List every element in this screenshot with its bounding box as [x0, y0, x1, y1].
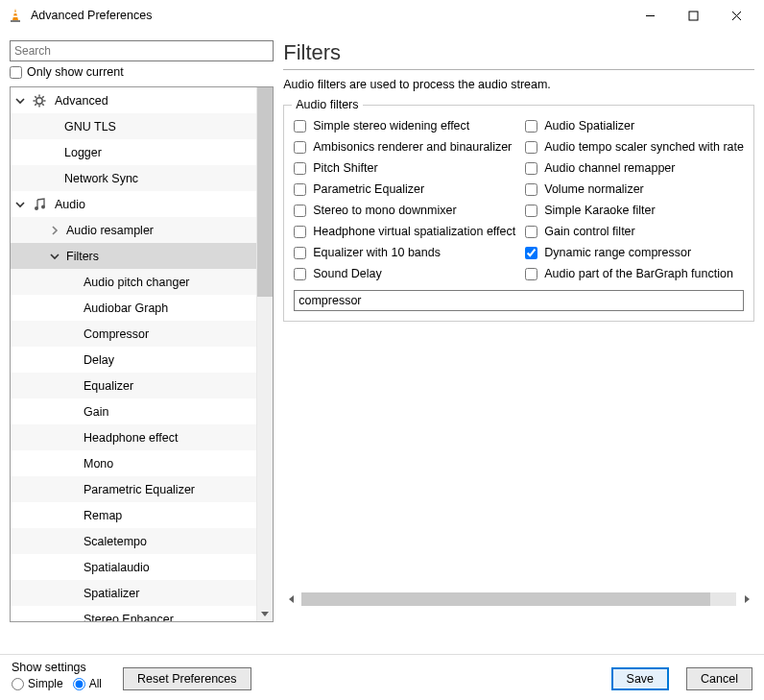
hscroll-thumb[interactable]	[301, 592, 710, 606]
filter-ambisonics-renderer-and-binauralizer[interactable]: Ambisonics renderer and binauralizer	[294, 140, 515, 154]
filter-checkbox[interactable]	[294, 247, 306, 259]
tree-item-gnu-tls[interactable]: GNU TLS	[11, 113, 256, 139]
filter-checkbox[interactable]	[525, 226, 537, 238]
filter-pitch-shifter[interactable]: Pitch Shifter	[294, 161, 515, 175]
tree-item-advanced[interactable]: Advanced	[11, 87, 256, 113]
filter-checkbox[interactable]	[525, 247, 537, 259]
tree-item-label: Filters	[66, 250, 99, 263]
tree-item-spatialaudio[interactable]: Spatialaudio	[11, 554, 256, 580]
cancel-button[interactable]: Cancel	[686, 667, 752, 690]
filter-checkbox[interactable]	[294, 120, 306, 133]
filter-checkbox[interactable]	[294, 162, 306, 175]
filter-audio-tempo-scaler-synched-with-rate[interactable]: Audio tempo scaler synched with rate	[525, 140, 744, 154]
tree-item-logger[interactable]: Logger	[11, 139, 256, 165]
filter-checkbox[interactable]	[294, 268, 306, 280]
tree-item-delay[interactable]: Delay	[11, 347, 256, 373]
expander-icon[interactable]	[49, 226, 60, 235]
filter-simple-stereo-widening-effect[interactable]: Simple stereo widening effect	[294, 119, 515, 133]
simple-radio[interactable]	[12, 678, 24, 690]
scrollbar-thumb[interactable]	[257, 87, 273, 297]
tree-item-label: Scaletempo	[84, 535, 147, 548]
tree-item-parametric-equalizer[interactable]: Parametric Equalizer	[11, 476, 256, 502]
tree-item-audio[interactable]: Audio	[11, 191, 256, 217]
filter-gain-control-filter[interactable]: Gain control filter	[525, 225, 744, 238]
tree-item-network-sync[interactable]: Network Sync	[11, 165, 256, 191]
filter-checkbox[interactable]	[294, 205, 306, 217]
filter-text-input[interactable]	[294, 290, 744, 311]
tree-item-mono[interactable]: Mono	[11, 450, 256, 476]
filter-headphone-virtual-spatialization-effect[interactable]: Headphone virtual spatialization effect	[294, 225, 515, 238]
filter-volume-normalizer[interactable]: Volume normalizer	[525, 182, 744, 196]
tree-item-filters[interactable]: Filters	[11, 243, 256, 269]
reset-preferences-button[interactable]: Reset Preferences	[123, 667, 251, 690]
all-radio[interactable]	[73, 678, 85, 690]
expander-icon[interactable]	[49, 252, 60, 261]
expander-icon[interactable]	[14, 200, 26, 209]
svg-rect-1	[13, 12, 16, 14]
tree-item-gain[interactable]: Gain	[11, 398, 256, 424]
tree-item-label: Audiobar Graph	[84, 302, 168, 315]
tree-item-compressor[interactable]: Compressor	[11, 321, 256, 347]
tree-item-audio-pitch-changer[interactable]: Audio pitch changer	[11, 269, 256, 295]
filter-simple-karaoke-filter[interactable]: Simple Karaoke filter	[525, 204, 744, 217]
filter-checkbox[interactable]	[294, 141, 306, 154]
filter-dynamic-range-compressor[interactable]: Dynamic range compressor	[525, 246, 744, 259]
tree-item-audiobar-graph[interactable]: Audiobar Graph	[11, 295, 256, 321]
tree-scrollbar[interactable]	[256, 87, 273, 621]
filter-label: Audio channel remapper	[544, 161, 675, 175]
filter-label: Equalizer with 10 bands	[313, 246, 441, 259]
filter-audio-channel-remapper[interactable]: Audio channel remapper	[525, 161, 744, 175]
filter-stereo-to-mono-downmixer[interactable]: Stereo to mono downmixer	[294, 204, 515, 217]
tree-item-scaletempo[interactable]: Scaletempo	[11, 528, 256, 554]
tree-item-audio-resampler[interactable]: Audio resampler	[11, 217, 256, 243]
content-horizontal-scrollbar[interactable]	[283, 591, 754, 607]
hscroll-track[interactable]	[301, 592, 736, 606]
simple-radio-label[interactable]: Simple	[12, 677, 63, 690]
filter-label: Audio Spatializer	[544, 119, 634, 133]
music-note-icon	[32, 197, 47, 212]
only-show-current-label[interactable]: Only show current	[27, 65, 124, 79]
tree-item-label: Compressor	[84, 327, 149, 341]
search-input[interactable]	[10, 40, 274, 61]
filter-label: Gain control filter	[544, 225, 634, 238]
filter-checkbox[interactable]	[525, 205, 537, 217]
close-button[interactable]	[715, 2, 758, 29]
filter-label: Audio part of the BarGraph function	[544, 267, 733, 280]
tree-item-stereo-enhancer[interactable]: Stereo Enhancer	[11, 606, 256, 621]
tree-item-equalizer[interactable]: Equalizer	[11, 373, 256, 398]
filter-checkbox[interactable]	[294, 226, 306, 238]
tree-item-headphone-effect[interactable]: Headphone effect	[11, 424, 256, 450]
filter-checkbox[interactable]	[525, 268, 537, 280]
scroll-right-icon[interactable]	[738, 595, 754, 603]
filter-parametric-equalizer[interactable]: Parametric Equalizer	[294, 182, 515, 196]
filter-checkbox[interactable]	[525, 141, 537, 154]
expander-icon[interactable]	[14, 96, 26, 106]
filter-sound-delay[interactable]: Sound Delay	[294, 267, 515, 280]
svg-marker-0	[12, 9, 18, 20]
tree-item-spatializer[interactable]: Spatializer	[11, 580, 256, 606]
filter-checkbox[interactable]	[294, 183, 306, 196]
tree-item-remap[interactable]: Remap	[11, 502, 256, 528]
save-button[interactable]: Save	[611, 667, 670, 690]
filter-checkbox[interactable]	[525, 183, 537, 196]
svg-rect-3	[11, 20, 20, 22]
scrollbar-down-icon[interactable]	[257, 605, 273, 621]
page-title: Filters	[283, 40, 754, 65]
maximize-button[interactable]	[672, 2, 715, 29]
gear-icon	[32, 93, 47, 109]
tree-item-label: Equalizer	[84, 379, 133, 393]
tree-item-label: Mono	[84, 457, 113, 471]
scroll-left-icon[interactable]	[283, 595, 299, 603]
svg-rect-5	[689, 12, 698, 20]
filter-audio-spatializer[interactable]: Audio Spatializer	[525, 119, 744, 133]
filter-checkbox[interactable]	[525, 162, 537, 175]
filter-audio-part-of-the-bargraph-function[interactable]: Audio part of the BarGraph function	[525, 267, 744, 280]
tree-item-label: Delay	[84, 353, 114, 367]
minimize-button[interactable]	[629, 2, 672, 29]
svg-point-8	[36, 97, 42, 103]
only-show-current-checkbox[interactable]	[10, 66, 22, 79]
title-divider	[283, 69, 754, 70]
filter-checkbox[interactable]	[525, 120, 537, 133]
filter-equalizer-with-10-bands[interactable]: Equalizer with 10 bands	[294, 246, 515, 259]
all-radio-label[interactable]: All	[73, 677, 102, 690]
